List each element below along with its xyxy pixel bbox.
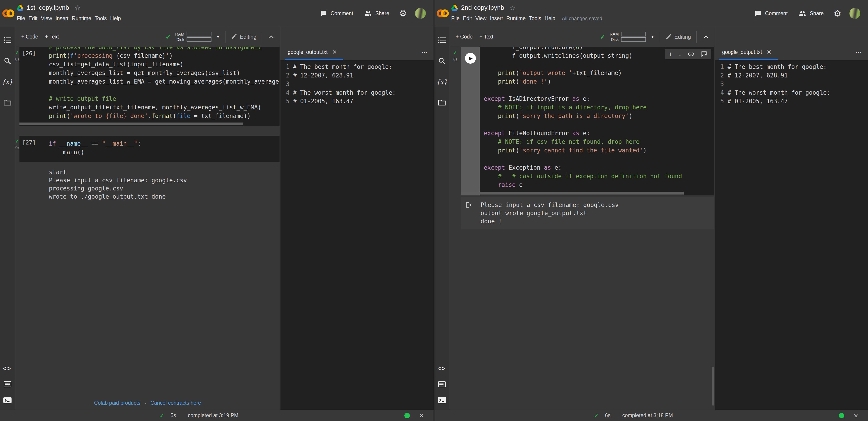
editor-tab-bar: google_output.txt ✕ ••• xyxy=(280,45,434,60)
code-editor[interactable]: # process the data_list by csv file as s… xyxy=(49,47,280,120)
cancel-contracts-link[interactable]: Cancel contracts here xyxy=(150,400,201,406)
terminal-icon[interactable] xyxy=(438,396,446,404)
notebook-title[interactable]: 2nd-copy.ipynb xyxy=(461,4,504,11)
cell-editor[interactable]: ▶ f_output.truncate(0) f_output.writelin… xyxy=(461,47,714,195)
avatar[interactable] xyxy=(415,8,426,19)
add-text-button[interactable]: + Text xyxy=(45,34,59,40)
table-of-contents-icon[interactable] xyxy=(438,36,446,44)
vertical-scrollbar[interactable] xyxy=(712,367,714,405)
cell-editor[interactable]: [27] if __name__ == "__main__": main() xyxy=(20,136,280,162)
menu-tools[interactable]: Tools xyxy=(95,15,110,22)
menu-insert[interactable]: Insert xyxy=(490,15,506,22)
command-palette-icon[interactable] xyxy=(438,380,446,388)
status-close-icon[interactable]: × xyxy=(854,412,858,419)
notebook-area: + Code + Text ✓ RAM Disk ▼ Editing xyxy=(15,27,280,410)
menu-file[interactable]: File xyxy=(17,15,29,22)
add-code-button[interactable]: + Code xyxy=(456,34,473,40)
header-actions: Comment Share ⚙ xyxy=(317,0,434,27)
code-line: monthly_averages_list_w_EMA = get_moving… xyxy=(49,77,280,86)
search-icon[interactable] xyxy=(3,57,11,65)
code-snippets-icon[interactable]: <> xyxy=(438,364,446,372)
editing-mode-button[interactable]: Editing xyxy=(231,34,256,40)
variables-icon[interactable]: {x} xyxy=(3,78,11,86)
search-icon[interactable] xyxy=(438,57,446,65)
horizontal-scrollbar[interactable] xyxy=(20,122,280,125)
code-line: # # cast outside if exception definition… xyxy=(484,172,714,180)
menu-help[interactable]: Help xyxy=(110,15,124,22)
colab-logo[interactable] xyxy=(434,0,451,27)
collapse-header-icon[interactable] xyxy=(703,34,709,39)
comment-button[interactable]: Comment xyxy=(751,10,791,17)
editor-overflow-menu-icon[interactable]: ••• xyxy=(856,50,862,55)
files-icon[interactable] xyxy=(3,99,11,107)
file-content[interactable]: 1# The best month for google:2# 12-2007,… xyxy=(715,60,868,410)
resource-monitor[interactable]: RAM Disk xyxy=(175,32,212,42)
colab-paid-products-link[interactable]: Colab paid products xyxy=(94,400,141,406)
menu-view[interactable]: View xyxy=(41,15,55,22)
cell-editor[interactable]: [26] # process the data_list by csv file… xyxy=(20,47,280,126)
settings-gear-icon[interactable]: ⚙ xyxy=(397,8,409,18)
menu-runtime[interactable]: Runtime xyxy=(506,15,529,22)
tab-google-output[interactable]: google_output.txt ✕ xyxy=(285,45,343,60)
menu-edit[interactable]: Edit xyxy=(463,15,475,22)
code-line: except FileNotFoundError as e: xyxy=(484,129,714,137)
menu-view[interactable]: View xyxy=(475,15,490,22)
variables-icon[interactable]: {x} xyxy=(438,78,446,86)
collapse-header-icon[interactable] xyxy=(268,34,275,39)
table-of-contents-icon[interactable] xyxy=(3,36,11,44)
files-icon[interactable] xyxy=(438,99,446,107)
notebook-title[interactable]: 1st_copy.ipynb xyxy=(27,4,69,11)
editor-overflow-menu-icon[interactable]: ••• xyxy=(422,50,428,55)
code-line: print('sorry cannot find the file wanted… xyxy=(484,146,714,155)
code-editor[interactable]: if __name__ == "__main__": main() xyxy=(49,136,280,157)
settings-gear-icon[interactable]: ⚙ xyxy=(831,8,844,18)
comment-button[interactable]: Comment xyxy=(317,10,356,17)
add-text-button[interactable]: + Text xyxy=(479,34,494,40)
code-snippets-icon[interactable]: <> xyxy=(3,364,11,372)
menu-help[interactable]: Help xyxy=(545,15,559,22)
notebook-content: ✓ 6s ▶ f_output.truncate(0) f_output.wri… xyxy=(450,47,715,410)
share-button[interactable]: Share xyxy=(796,10,827,17)
resources-dropdown-icon[interactable]: ▼ xyxy=(216,35,220,39)
disk-label: Disk xyxy=(610,37,619,42)
run-cell-button[interactable]: ▶ xyxy=(465,53,476,64)
copy-link-icon[interactable] xyxy=(688,51,694,57)
horizontal-scrollbar[interactable] xyxy=(461,192,714,195)
code-line xyxy=(49,86,280,94)
ram-label: RAM xyxy=(610,32,619,36)
status-close-icon[interactable]: × xyxy=(419,412,424,419)
status-bar: ✓ 5s completed at 3:19 PM × xyxy=(0,410,434,421)
editing-mode-button[interactable]: Editing xyxy=(665,34,691,40)
tab-google-output[interactable]: google_output.txt ✕ xyxy=(719,45,778,60)
tab-close-icon[interactable]: ✕ xyxy=(767,49,771,56)
menu-edit[interactable]: Edit xyxy=(29,15,41,22)
resources-dropdown-icon[interactable]: ▼ xyxy=(651,35,654,39)
star-icon[interactable]: ☆ xyxy=(510,4,516,12)
terminal-icon[interactable] xyxy=(3,396,11,404)
status-exec-time: 6s xyxy=(605,412,611,419)
menu-file[interactable]: File xyxy=(451,15,463,22)
avatar[interactable] xyxy=(849,8,860,19)
save-status[interactable]: All changes saved xyxy=(562,16,602,22)
editor-panel-top xyxy=(280,27,434,45)
ram-label: RAM xyxy=(175,32,184,36)
resource-monitor[interactable]: RAM Disk xyxy=(610,32,646,42)
share-button[interactable]: Share xyxy=(361,10,393,17)
move-cell-down-icon[interactable]: ↓ xyxy=(679,51,682,58)
tab-close-icon[interactable]: ✕ xyxy=(332,49,337,56)
ram-bar xyxy=(187,32,212,36)
menu-tools[interactable]: Tools xyxy=(529,15,545,22)
command-palette-icon[interactable] xyxy=(3,380,11,388)
colab-logo[interactable] xyxy=(0,0,17,27)
code-line: # NOTE: if csv file not found, drop here xyxy=(484,137,714,146)
star-icon[interactable]: ☆ xyxy=(74,4,81,12)
menu-insert[interactable]: Insert xyxy=(55,15,72,22)
move-cell-up-icon[interactable]: ↑ xyxy=(669,51,672,58)
add-comment-icon[interactable] xyxy=(701,51,707,57)
menu-runtime[interactable]: Runtime xyxy=(72,15,95,22)
code-editor[interactable]: f_output.truncate(0) f_output.writelines… xyxy=(484,47,714,189)
add-code-button[interactable]: + Code xyxy=(21,34,38,40)
code-line: except Exception as e: xyxy=(484,163,714,172)
file-content[interactable]: 1# The best month for google:2# 12-2007,… xyxy=(280,60,434,410)
status-exec-time: 5s xyxy=(170,412,176,419)
